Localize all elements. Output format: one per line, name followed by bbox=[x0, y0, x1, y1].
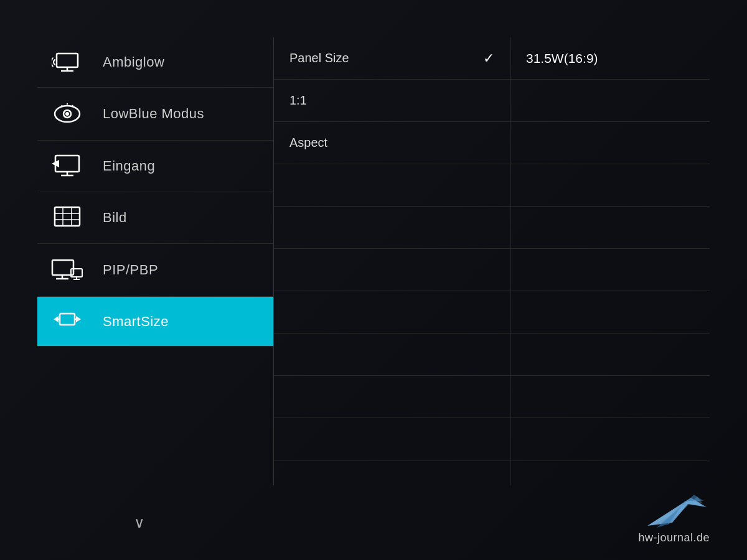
main-layout: Ambiglow LowBlue Modus bbox=[0, 0, 747, 485]
right-row-6 bbox=[510, 291, 710, 334]
center-panel: Panel Size ✓ 1:1 Aspect bbox=[274, 37, 510, 485]
center-row-0[interactable]: Panel Size ✓ bbox=[274, 37, 510, 80]
pip-icon bbox=[50, 258, 84, 282]
svg-rect-0 bbox=[57, 54, 78, 67]
right-panel: 31.5W(16:9) bbox=[510, 37, 710, 485]
eingang-icon bbox=[50, 154, 84, 178]
right-row-7 bbox=[510, 334, 710, 376]
center-row-6 bbox=[274, 291, 510, 334]
center-row-9 bbox=[274, 418, 510, 460]
chevron-down-icon: ∨ bbox=[134, 514, 145, 531]
right-row-1 bbox=[510, 80, 710, 122]
right-row-8 bbox=[510, 376, 710, 418]
scroll-down-indicator[interactable]: ∨ bbox=[134, 514, 145, 531]
center-row-label-0: Panel Size bbox=[289, 51, 349, 65]
sidebar-label-bild: Bild bbox=[103, 210, 127, 226]
svg-line-8 bbox=[72, 105, 73, 106]
right-row-4 bbox=[510, 207, 710, 249]
sidebar-item-lowblue[interactable]: LowBlue Modus bbox=[37, 88, 273, 141]
svg-rect-25 bbox=[60, 314, 75, 325]
right-row-0: 31.5W(16:9) bbox=[510, 37, 710, 80]
watermark: hw-journal.de bbox=[635, 492, 710, 544]
svg-line-7 bbox=[62, 105, 62, 106]
svg-point-5 bbox=[65, 112, 69, 116]
center-row-label-1: 1:1 bbox=[289, 93, 307, 108]
svg-marker-27 bbox=[76, 316, 81, 322]
center-row-8 bbox=[274, 376, 510, 418]
right-value-0: 31.5W(16:9) bbox=[526, 51, 598, 66]
sidebar-item-eingang[interactable]: Eingang bbox=[37, 141, 273, 192]
center-row-label-2: Aspect bbox=[289, 136, 327, 150]
right-row-9 bbox=[510, 418, 710, 460]
sidebar-label-eingang: Eingang bbox=[103, 158, 155, 174]
lowblue-icon bbox=[50, 101, 84, 126]
watermark-text: hw-journal.de bbox=[638, 531, 710, 544]
sidebar: Ambiglow LowBlue Modus bbox=[37, 37, 274, 485]
svg-rect-19 bbox=[52, 260, 73, 275]
sidebar-item-smartsize[interactable]: SmartSize bbox=[37, 297, 273, 347]
svg-marker-26 bbox=[54, 316, 59, 322]
bild-icon bbox=[50, 206, 84, 230]
center-row-1[interactable]: 1:1 bbox=[274, 80, 510, 122]
check-mark-0: ✓ bbox=[483, 50, 494, 67]
center-row-2[interactable]: Aspect bbox=[274, 122, 510, 164]
center-row-4 bbox=[274, 207, 510, 249]
svg-rect-14 bbox=[55, 207, 80, 226]
ambiglow-icon bbox=[50, 51, 84, 73]
center-row-7 bbox=[274, 334, 510, 376]
sidebar-item-bild[interactable]: Bild bbox=[37, 192, 273, 244]
smartsize-icon bbox=[50, 311, 84, 332]
center-row-3 bbox=[274, 164, 510, 207]
sidebar-label-smartsize: SmartSize bbox=[103, 314, 169, 330]
screen: Ambiglow LowBlue Modus bbox=[0, 0, 747, 560]
right-row-5 bbox=[510, 249, 710, 291]
sidebar-item-ambiglow[interactable]: Ambiglow bbox=[37, 37, 273, 88]
sidebar-label-lowblue: LowBlue Modus bbox=[103, 106, 204, 122]
right-row-2 bbox=[510, 122, 710, 164]
center-row-5 bbox=[274, 249, 510, 291]
sidebar-label-pip: PIP/PBP bbox=[103, 262, 158, 278]
sidebar-label-ambiglow: Ambiglow bbox=[103, 54, 164, 70]
right-row-3 bbox=[510, 164, 710, 207]
sidebar-item-pip[interactable]: PIP/PBP bbox=[37, 244, 273, 297]
brand-logo bbox=[635, 492, 710, 529]
